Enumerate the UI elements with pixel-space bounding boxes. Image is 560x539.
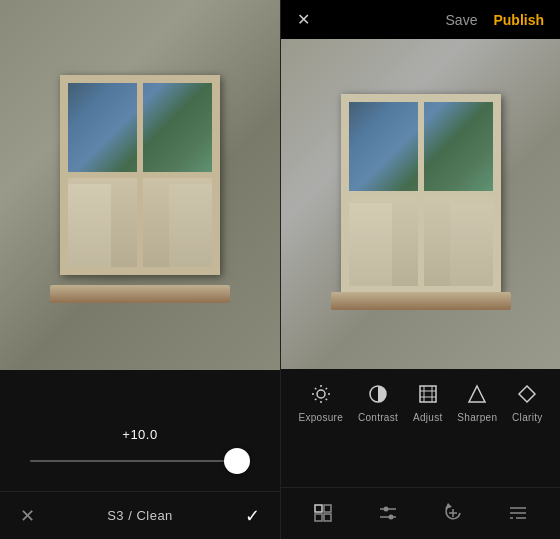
svg-rect-17 (315, 505, 322, 512)
svg-rect-10 (420, 386, 436, 402)
sharpen-label: Sharpen (457, 412, 497, 423)
svg-point-24 (389, 515, 394, 520)
curtain-right (169, 184, 212, 267)
sharpen-tool[interactable]: Sharpen (457, 383, 497, 423)
svg-line-5 (315, 388, 316, 389)
confirm-button[interactable]: ✓ (245, 505, 260, 527)
filter-name-label: S3 / Clean (107, 508, 173, 523)
contrast-tool[interactable]: Contrast (358, 383, 398, 423)
right-panel: ✕ Save Publish (280, 0, 560, 539)
curtain-left-r (349, 203, 392, 286)
exposure-tool[interactable]: Exposure (298, 383, 343, 423)
svg-marker-16 (519, 386, 535, 402)
sharpen-icon (466, 383, 488, 408)
tools-row: Exposure Contrast (281, 369, 560, 427)
svg-marker-25 (445, 503, 452, 509)
window-divider-v (137, 83, 143, 267)
window-frame-right (341, 94, 501, 294)
curtain-right-r (450, 203, 493, 286)
header-close-button[interactable]: ✕ (297, 10, 310, 29)
adjust-tool[interactable]: Adjust (413, 383, 443, 423)
tab-sliders[interactable] (369, 498, 407, 533)
clarity-label: Clarity (512, 412, 542, 423)
curtain-left (68, 184, 111, 267)
header-actions: Save Publish (446, 12, 544, 28)
slider-container[interactable] (30, 460, 250, 462)
slider-track[interactable] (30, 460, 250, 462)
publish-button[interactable]: Publish (493, 12, 544, 28)
right-bottom: Exposure Contrast (281, 369, 560, 539)
window-scene-right (281, 39, 560, 369)
tab-filters[interactable] (304, 498, 342, 533)
window-sill (50, 285, 230, 303)
clarity-tool[interactable]: Clarity (512, 383, 542, 423)
bottom-tabs (281, 487, 560, 539)
slider-value: +10.0 (122, 427, 157, 442)
tab-rotate[interactable] (434, 498, 472, 533)
window-frame (60, 75, 220, 275)
save-button[interactable]: Save (446, 12, 478, 28)
adjust-icon (417, 383, 439, 408)
svg-marker-15 (469, 386, 485, 402)
exposure-icon (310, 383, 332, 408)
left-footer: ✕ S3 / Clean ✓ (0, 491, 280, 539)
window-sill-right (331, 292, 511, 310)
svg-rect-19 (315, 514, 322, 521)
svg-rect-18 (324, 505, 331, 512)
right-image (281, 39, 560, 369)
window-divider-v-r (418, 102, 424, 286)
left-image (0, 0, 280, 370)
svg-point-0 (317, 390, 325, 398)
right-header: ✕ Save Publish (281, 0, 560, 39)
tab-more[interactable] (499, 498, 537, 533)
exposure-label: Exposure (298, 412, 343, 423)
contrast-icon (367, 383, 389, 408)
close-button[interactable]: ✕ (20, 505, 35, 527)
adjust-label: Adjust (413, 412, 443, 423)
svg-line-8 (315, 399, 316, 400)
slider-thumb[interactable] (224, 448, 250, 474)
svg-point-23 (384, 507, 389, 512)
svg-rect-20 (324, 514, 331, 521)
left-panel: +10.0 ✕ S3 / Clean ✓ (0, 0, 280, 539)
clarity-icon (516, 383, 538, 408)
contrast-label: Contrast (358, 412, 398, 423)
svg-line-6 (325, 399, 326, 400)
svg-line-7 (325, 388, 326, 389)
window-scene-left (0, 0, 280, 370)
